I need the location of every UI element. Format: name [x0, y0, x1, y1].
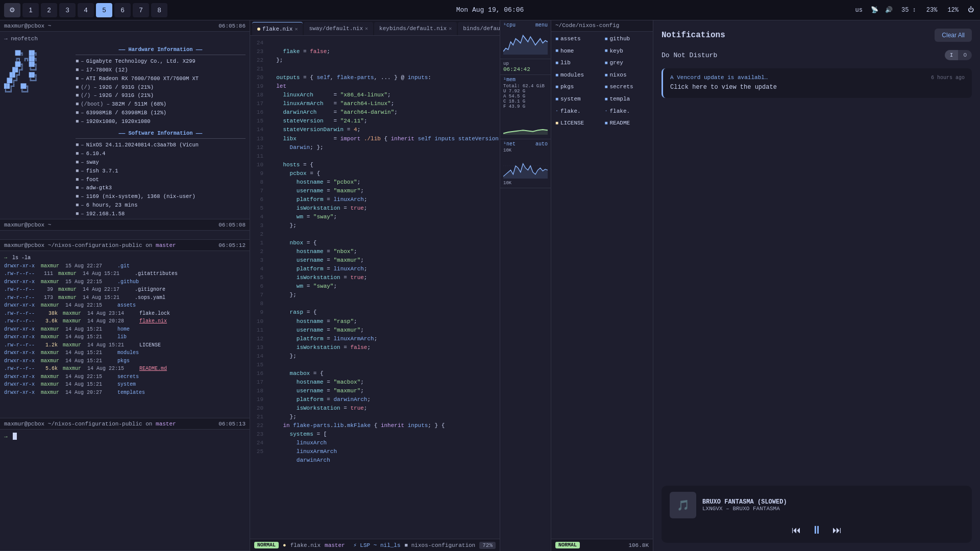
- workspace-5[interactable]: 5: [96, 3, 112, 17]
- tab-sway-default[interactable]: sway/default.nix ✕: [304, 22, 373, 35]
- file-icon: ·: [605, 107, 608, 115]
- network-icon[interactable]: 📡: [870, 5, 880, 15]
- language-indicator: us: [852, 6, 866, 15]
- notification-card-0[interactable]: A Vencord update is availabl… 6 hours ag…: [662, 68, 972, 98]
- filemgr-panel: ~/Code/nixos-config ■assets ■github ■hom…: [551, 20, 653, 551]
- folder-icon: ■: [555, 83, 558, 91]
- sw-item-7: ■ – 6 hours, 23 mins: [76, 201, 246, 210]
- pause-button[interactable]: ⏸: [811, 523, 822, 537]
- tab-close-2[interactable]: ✕: [449, 26, 452, 32]
- cpu-menu[interactable]: menu: [535, 22, 548, 28]
- tab-label-1: sway/default.nix: [309, 26, 363, 32]
- modified-status: ●: [283, 542, 286, 548]
- file-grey[interactable]: ■grey: [603, 58, 651, 69]
- ls-row-home: drwxr-xr-xmaxmur14 Aug 15:21home: [4, 325, 246, 334]
- neofetch-terminal: maxmur@pcbox ~ 06:05:86 → neofetch ██╗ █…: [0, 20, 250, 219]
- prompt-line: →: [4, 433, 246, 441]
- hw-item-2: ■ – ATI Radeon RX 7600/7600 XT/7600M XT: [76, 74, 246, 83]
- file-keyb[interactable]: ■keyb: [603, 46, 651, 57]
- tab-close-1[interactable]: ✕: [365, 26, 368, 32]
- sw-item-0: ■ – NixOS 24.11.20240814.c3aa7b8 (Vicun: [76, 141, 246, 149]
- left-column: maxmur@pcbox ~ 06:05:86 → neofetch ██╗ █…: [0, 20, 250, 551]
- modified-indicator: [257, 28, 260, 31]
- next-button[interactable]: ⏭: [832, 525, 842, 536]
- music-title: BRUXO FANTASMA (SLOWED): [702, 498, 964, 506]
- ls-row-gitattr: .rw-r--r--111maxmur14 Aug 15:21.gitattri…: [4, 270, 246, 278]
- ls-row-lib: drwxr-xr-xmaxmur14 Aug 15:21lib: [4, 333, 246, 341]
- file-github[interactable]: ■github: [603, 34, 651, 45]
- file-readme[interactable]: ■README: [603, 118, 651, 129]
- file-flakenix[interactable]: ·flake.: [603, 106, 651, 117]
- file-name: secrets: [610, 83, 633, 92]
- file-nixos[interactable]: ■nixos: [603, 70, 651, 81]
- file-secrets[interactable]: ■secrets: [603, 82, 651, 93]
- topbar-right: us 📡 🔊 35 ↕ 23% 12% ⏻: [852, 5, 976, 15]
- file-flakelock[interactable]: ·flake.: [553, 106, 602, 117]
- tab-keybinds[interactable]: keybinds/default.nix ✕: [374, 22, 457, 35]
- mem-avail: A 54.5 G: [503, 94, 548, 99]
- workspace-3[interactable]: 3: [59, 3, 76, 17]
- workspace-6[interactable]: 6: [114, 3, 131, 17]
- workspace-4[interactable]: 4: [78, 3, 94, 17]
- filemgr-statusbar: NORMAL 106.8K: [551, 539, 653, 551]
- file-name: nixos: [610, 71, 627, 80]
- file-pkgs[interactable]: ■pkgs: [553, 82, 602, 93]
- ls-title-left: maxmur@pcbox ~/nixos-configuration-publi…: [4, 242, 176, 248]
- file-lib[interactable]: ■lib: [553, 58, 602, 69]
- terminal-2-titlebar: maxmur@pcbox ~ 06:05:08: [0, 219, 250, 231]
- workspace-2[interactable]: 2: [41, 3, 57, 17]
- file-system[interactable]: ■system: [553, 94, 602, 105]
- file-name: LICENSE: [560, 119, 584, 128]
- file-home[interactable]: ■home: [553, 46, 602, 57]
- net-top-val: 10K: [503, 148, 548, 153]
- sw-info: —— Software Information —— ■ – NixOS 24.…: [76, 129, 246, 218]
- ls-title-right: 06:05:12: [218, 242, 246, 248]
- file-icon: ■: [605, 119, 608, 128]
- terminal-2-title-right: 06:05:08: [218, 222, 246, 228]
- prev-button[interactable]: ⏮: [792, 525, 801, 536]
- ls-row-assets: drwxr-xr-xmaxmur14 Aug 22:15assets: [4, 302, 246, 310]
- folder-icon: ■: [605, 47, 608, 55]
- code-content[interactable]: flake = false; }; outputs = { self, flak…: [265, 36, 500, 539]
- file-assets[interactable]: ■assets: [553, 34, 602, 45]
- hw-item-1: ■ – i7-7800X (12): [76, 66, 246, 74]
- scroll-percent: 72%: [479, 542, 496, 549]
- hw-item-7: ■ – 1920x1080, 980x551: [76, 117, 246, 126]
- file-license[interactable]: ■LICENSE: [553, 118, 602, 129]
- power-icon[interactable]: ⏻: [966, 5, 976, 15]
- hw-item-4: ■ (/) – 192G / 931G (21%): [76, 91, 246, 100]
- ls-row-flakelock: .rw-r--r--38kmaxmur14 Aug 23:14flake.loc…: [4, 310, 246, 318]
- info-header: —— Hardware Information —— ■ – Gigabyte …: [76, 45, 246, 126]
- toggle-off-option[interactable]: I: [945, 50, 959, 60]
- cpu-label: ¹cpu: [503, 22, 516, 28]
- toggle-on-option[interactable]: O: [958, 50, 972, 60]
- tab-label-2: keybinds/default.nix: [379, 26, 447, 32]
- workspace-8[interactable]: 8: [151, 3, 167, 17]
- sw-item-2: ■ – sway: [76, 158, 246, 167]
- sw-item-6: ■ – 1169 (nix-system), 1368 (nix-user): [76, 192, 246, 201]
- tab-flake-nix[interactable]: flake.nix ✕: [252, 22, 303, 35]
- workspace-7[interactable]: 7: [133, 3, 149, 17]
- file-templa[interactable]: ■templa: [603, 94, 651, 105]
- dnd-toggle[interactable]: I O: [945, 50, 972, 60]
- filemgr-content: ■assets ■github ■home ■keyb ■lib ■grey ■…: [551, 32, 653, 539]
- datetime: Mon Aug 19, 06:06: [456, 6, 524, 14]
- music-artist: LXNGVX – BRUXO FANTASMA: [702, 506, 964, 512]
- vim-mode-indicator: NORMAL: [254, 542, 279, 548]
- tab-binds[interactable]: binds/default.nix ✕: [458, 22, 500, 35]
- net-bottom-val: 10K: [503, 181, 548, 186]
- editor-body: 2423222120191817161514131211109876543212…: [250, 36, 500, 539]
- terminal-2: maxmur@pcbox ~ 06:05:08: [0, 219, 250, 240]
- file-modules[interactable]: ■modules: [553, 70, 602, 81]
- workspace-1[interactable]: 1: [22, 3, 39, 17]
- volume-icon[interactable]: 🔊: [884, 5, 894, 15]
- settings-button[interactable]: ⚙: [4, 3, 20, 17]
- sw-item-3: ■ – fish 3.7.1: [76, 167, 246, 176]
- music-controls: ⏮ ⏸ ⏭: [670, 523, 964, 537]
- clear-all-button[interactable]: Clear All: [935, 29, 972, 42]
- fm-statusbar-right: 106.8K: [628, 542, 649, 548]
- net-auto[interactable]: auto: [535, 141, 548, 147]
- file-name: flake.: [610, 107, 630, 116]
- file-name: grey: [610, 59, 623, 68]
- tab-close-0[interactable]: ✕: [295, 26, 298, 32]
